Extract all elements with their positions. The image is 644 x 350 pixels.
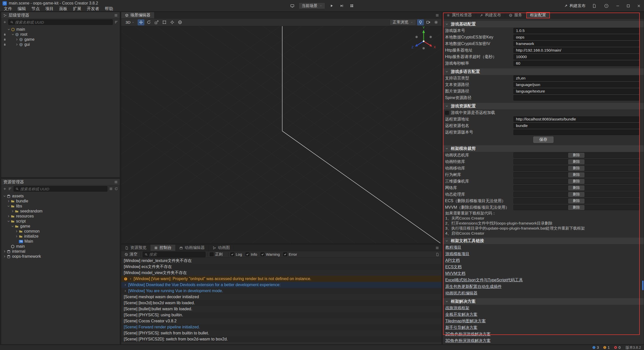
hierarchy-node-root[interactable]: root — [3, 32, 120, 37]
hierarchy-filter-icon[interactable] — [114, 20, 118, 24]
delete-button[interactable]: 删除 — [568, 166, 584, 171]
log-row-warning[interactable]: [Window] [Vue warn]: Property "onInput" … — [121, 276, 441, 282]
log-row[interactable]: [Window] render_texture文件夹不存在 — [121, 258, 441, 264]
menu-node[interactable]: 节点 — [29, 6, 43, 12]
doc-link[interactable]: 动画状态机编辑器 — [445, 290, 477, 296]
fps-input[interactable] — [513, 61, 639, 66]
log-row[interactable]: [Scene] [box2d]:box2d wasm lib loaded. — [121, 300, 441, 306]
http-server-input[interactable] — [513, 48, 639, 53]
asset-node-seedrandom[interactable]: seedrandom — [3, 209, 120, 214]
filter-warning-checkbox[interactable]: Warning — [261, 252, 280, 256]
chevron-right-icon[interactable] — [15, 38, 19, 41]
camera-preview-toggle[interactable] — [425, 19, 432, 25]
lock-icon[interactable] — [3, 32, 7, 36]
asset-node-script[interactable]: script — [3, 219, 120, 224]
solution-link[interactable]: 2D角色扮演游戏解决方案 — [445, 331, 491, 337]
delete-button[interactable]: 删除 — [568, 205, 584, 210]
log-row[interactable]: [Scene] [PHYSICS2D]: switch from box2d-w… — [121, 336, 441, 342]
scene-viewport[interactable]: Y X Z — [121, 26, 441, 243]
delete-button[interactable]: 删除 — [568, 172, 584, 177]
chevron-down-icon[interactable] — [7, 204, 10, 208]
tab-property-inspector[interactable]: 属性检查器 — [443, 12, 476, 18]
tab-animation-editor[interactable]: 动画编辑器 — [176, 245, 209, 251]
log-row-info[interactable]: [Scene] Forward render pipeline initiali… — [121, 324, 441, 330]
console-clear-button[interactable]: 清空 — [124, 252, 138, 257]
axis-gizmo[interactable]: Y X Z — [409, 26, 439, 56]
hierarchy-node-gui[interactable]: gui — [3, 42, 120, 47]
hierarchy-node-game[interactable]: game — [3, 37, 120, 42]
projection-toggle[interactable]: 3D — [123, 19, 137, 25]
section-game-res[interactable]: 游戏资源配置 — [443, 103, 644, 109]
warning-count[interactable]: 1 — [603, 345, 610, 349]
crypto-iv-input[interactable] — [513, 41, 639, 47]
filter-info-checkbox[interactable]: Info — [246, 252, 257, 256]
add-asset-icon[interactable] — [3, 187, 7, 191]
log-row[interactable]: [Scene] Cocos Creator v3.8.2 — [121, 318, 441, 324]
rotate-tool[interactable] — [145, 19, 152, 25]
asset-node-internal[interactable]: internal — [3, 249, 120, 254]
panel-menu-icon[interactable] — [435, 14, 439, 17]
remote-url-input[interactable] — [513, 116, 639, 122]
tab-scene-editor[interactable]: 场景编辑器 — [121, 12, 154, 18]
regex-checkbox[interactable]: 正则 — [210, 252, 223, 257]
preview-target-icon[interactable] — [289, 3, 296, 9]
log-row[interactable]: [Window] ecs文件夹不存在 — [121, 264, 441, 270]
doc-link[interactable]: 游戏模板项目 — [445, 251, 469, 257]
tab-build-publish[interactable]: 构建发布 — [476, 12, 505, 18]
game-version-input[interactable] — [513, 28, 639, 33]
image-path-input[interactable] — [513, 89, 639, 94]
chevron-right-icon[interactable] — [15, 43, 19, 46]
hierarchy-node-main[interactable]: main — [3, 27, 120, 32]
chevron-right-icon[interactable] — [124, 283, 127, 286]
solution-link[interactable]: Tiledmap地图解决方案 — [445, 318, 486, 324]
chevron-right-icon[interactable] — [15, 235, 18, 238]
lighting-toggle[interactable] — [417, 19, 424, 25]
log-row[interactable]: [Scene] [PHYSICS]: using builtin. — [121, 312, 441, 318]
lock-icon[interactable] — [3, 37, 7, 41]
assets-filter-icon[interactable] — [109, 187, 113, 191]
assets-search-input[interactable] — [20, 187, 105, 191]
tab-console[interactable]: 控制台 — [150, 245, 176, 251]
chevron-right-icon[interactable] — [129, 277, 132, 280]
log-row-info[interactable]: [Window] Download the Vue Devtools exten… — [121, 282, 441, 288]
section-modules[interactable]: 框架模块裁剪 — [443, 145, 644, 152]
delete-button[interactable]: 删除 — [568, 192, 584, 197]
chevron-right-icon[interactable] — [124, 289, 127, 292]
chevron-down-icon[interactable] — [11, 225, 14, 228]
panel-menu-icon[interactable] — [435, 246, 439, 250]
languages-input[interactable] — [513, 75, 639, 81]
tab-service[interactable]: 服务 — [505, 12, 526, 18]
log-row[interactable]: [Scene] [PHYSICS]: switch from builtin t… — [121, 330, 441, 336]
doc-link[interactable]: API文档 — [445, 257, 460, 264]
console-search[interactable] — [143, 252, 206, 257]
play-button[interactable] — [328, 3, 335, 9]
scrollbar-thumb[interactable] — [642, 281, 643, 290]
delete-button[interactable]: 删除 — [568, 179, 584, 184]
chevron-right-icon[interactable] — [3, 250, 6, 253]
hierarchy-search[interactable] — [8, 19, 113, 25]
panel-menu-icon[interactable] — [114, 180, 118, 184]
menu-edit[interactable]: 编辑 — [15, 6, 29, 12]
chevron-down-icon[interactable] — [7, 28, 11, 31]
asset-node-common[interactable]: common — [3, 229, 120, 234]
remote-version-input[interactable] — [513, 129, 639, 135]
info-count[interactable]: 3 — [592, 345, 599, 349]
chevron-right-icon[interactable] — [11, 209, 14, 213]
open-log-file-icon[interactable] — [436, 253, 439, 256]
asset-node-initialize[interactable]: initialize — [3, 234, 120, 239]
lock-icon[interactable] — [3, 42, 7, 47]
chevron-down-icon[interactable] — [11, 33, 15, 36]
step-button[interactable] — [338, 3, 345, 9]
delete-button[interactable]: 删除 — [568, 186, 584, 190]
doc-link[interactable]: 教程项目 — [445, 244, 461, 251]
asset-node-game[interactable]: game — [3, 224, 120, 229]
solution-link[interactable]: 3D角色扮演游戏解决方案 — [445, 337, 491, 344]
doc-link[interactable]: MVVM文档 — [445, 270, 465, 277]
add-node-icon[interactable] — [3, 20, 7, 24]
rect-tool[interactable] — [161, 19, 168, 25]
chevron-right-icon[interactable] — [3, 255, 6, 258]
menu-developer[interactable]: 开发者 — [84, 6, 102, 12]
delete-button[interactable]: 删除 — [568, 199, 584, 203]
console-search-input[interactable] — [149, 252, 204, 256]
assets-search[interactable] — [14, 186, 107, 192]
